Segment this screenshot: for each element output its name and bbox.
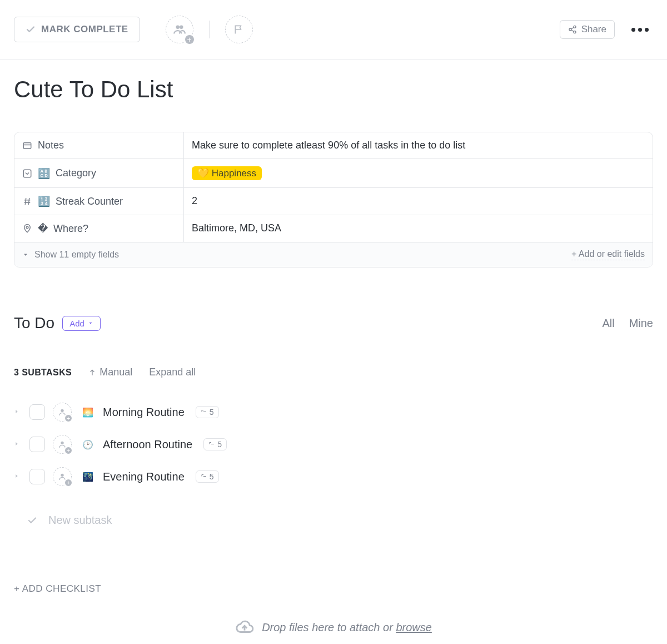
caret-down-icon: [22, 251, 29, 258]
share-button[interactable]: Share: [560, 20, 615, 39]
subtasks-icon: [201, 409, 207, 415]
subtask-checkbox[interactable]: [29, 469, 45, 484]
svg-point-2: [574, 26, 576, 28]
field-row-where: � Where? Baltimore, MD, USA: [14, 215, 653, 242]
subtasks-icon: [208, 441, 215, 448]
subtask-assignee-button[interactable]: +: [53, 403, 72, 422]
sort-button[interactable]: Manual: [88, 366, 132, 378]
page-title[interactable]: Cute To Do List: [14, 76, 653, 103]
svg-point-23: [61, 474, 63, 477]
svg-point-4: [574, 31, 576, 33]
flag-icon: [233, 24, 245, 35]
svg-marker-18: [16, 410, 17, 413]
svg-line-5: [571, 27, 574, 29]
task-emoji: 🕑: [82, 438, 94, 450]
add-checklist-button[interactable]: + ADD CHECKLIST: [14, 583, 653, 595]
chevron-right-icon: [14, 473, 19, 479]
more-menu-button[interactable]: [627, 23, 653, 36]
check-icon: [27, 516, 37, 526]
expand-toggle[interactable]: [14, 439, 22, 449]
subtask-row[interactable]: + 🕑 Afternoon Routine 5: [14, 428, 653, 460]
mark-complete-button[interactable]: MARK COMPLETE: [14, 17, 140, 42]
filter-all[interactable]: All: [602, 317, 614, 330]
plus-icon: +: [64, 414, 73, 423]
field-label: 🔢 Streak Counter: [14, 188, 184, 215]
subtask-count-badge[interactable]: 5: [203, 438, 227, 450]
caret-down-icon: [88, 320, 93, 326]
subtask-title[interactable]: Afternoon Routine: [103, 438, 192, 451]
people-icon: [172, 22, 187, 37]
top-bar: MARK COMPLETE + Share: [0, 0, 667, 60]
svg-line-12: [25, 198, 26, 205]
hash-icon: [22, 196, 32, 206]
field-row-category: 🔠 Category 💛 Happiness: [14, 159, 653, 188]
svg-point-1: [180, 25, 183, 29]
category-tag[interactable]: 💛 Happiness: [192, 166, 262, 180]
arrow-up-icon: [88, 369, 96, 377]
expand-toggle[interactable]: [14, 407, 22, 417]
svg-point-21: [61, 442, 63, 444]
dropdown-icon: [22, 169, 32, 179]
field-row-streak: 🔢 Streak Counter 2: [14, 188, 653, 215]
field-value[interactable]: 2: [184, 188, 653, 215]
add-edit-fields-button[interactable]: + Add or edit fields: [571, 249, 645, 260]
plus-icon: +: [184, 34, 195, 45]
subtask-count-badge[interactable]: 5: [196, 406, 219, 418]
svg-marker-16: [89, 323, 92, 324]
filter-mine[interactable]: Mine: [629, 317, 653, 330]
attachment-dropzone[interactable]: Drop files here to attach or browse: [14, 607, 653, 644]
expand-all-button[interactable]: Expand all: [149, 366, 196, 378]
subtask-checkbox[interactable]: [29, 404, 45, 420]
fields-footer: Show 11 empty fields + Add or edit field…: [14, 242, 653, 267]
chevron-right-icon: [14, 408, 19, 415]
new-subtask-input[interactable]: New subtask: [14, 503, 653, 538]
set-priority-button[interactable]: [225, 16, 253, 43]
plus-icon: +: [64, 478, 73, 487]
show-empty-fields-button[interactable]: Show 11 empty fields: [22, 250, 119, 260]
svg-point-0: [176, 25, 180, 29]
custom-fields-table: Notes Make sure to complete atleast 90% …: [14, 132, 653, 267]
divider: [209, 21, 210, 38]
field-value[interactable]: Baltimore, MD, USA: [184, 215, 653, 242]
plus-icon: +: [64, 446, 73, 455]
chevron-right-icon: [14, 440, 19, 447]
svg-point-19: [61, 409, 63, 412]
subtask-title[interactable]: Evening Routine: [103, 470, 185, 483]
browse-link[interactable]: browse: [396, 621, 431, 633]
svg-marker-15: [24, 254, 27, 256]
subtask-checkbox[interactable]: [29, 437, 45, 452]
task-emoji: 🌅: [82, 406, 94, 418]
add-dropdown-button[interactable]: Add: [62, 316, 101, 331]
field-value[interactable]: Make sure to complete atleast 90% of all…: [184, 132, 653, 158]
subtasks-count: 3 SUBTASKS: [14, 368, 72, 378]
svg-point-14: [26, 226, 28, 229]
dropzone-text: Drop files here to attach or browse: [262, 621, 432, 634]
subtasks-list: + 🌅 Morning Routine 5 + 🕑 Afternoon Rout…: [14, 396, 653, 538]
check-icon: [26, 24, 36, 34]
subtask-title[interactable]: Morning Routine: [103, 406, 185, 419]
task-emoji: 🌃: [82, 470, 94, 483]
field-value[interactable]: 💛 Happiness: [184, 159, 653, 187]
section-title: To Do: [14, 314, 54, 332]
subtask-row[interactable]: + 🌃 Evening Routine 5: [14, 460, 653, 493]
svg-marker-22: [16, 474, 17, 478]
field-label: 🔠 Category: [14, 159, 184, 187]
mark-complete-label: MARK COMPLETE: [41, 24, 128, 35]
subtask-count-badge[interactable]: 5: [196, 470, 219, 483]
field-row-notes: Notes Make sure to complete atleast 90% …: [14, 132, 653, 159]
expand-toggle[interactable]: [14, 472, 22, 482]
subtask-assignee-button[interactable]: +: [53, 435, 72, 454]
svg-point-3: [569, 28, 571, 31]
svg-rect-7: [23, 142, 31, 148]
field-label: � Where?: [14, 215, 184, 242]
new-subtask-placeholder: New subtask: [48, 514, 112, 527]
svg-rect-9: [23, 170, 31, 177]
svg-marker-20: [16, 442, 17, 445]
pin-icon: [22, 224, 32, 234]
field-label: Notes: [14, 132, 184, 158]
notes-icon: [22, 141, 32, 151]
subtasks-icon: [201, 473, 207, 480]
subtask-row[interactable]: + 🌅 Morning Routine 5: [14, 396, 653, 428]
subtask-assignee-button[interactable]: +: [53, 467, 72, 486]
add-assignee-button[interactable]: +: [166, 16, 193, 43]
